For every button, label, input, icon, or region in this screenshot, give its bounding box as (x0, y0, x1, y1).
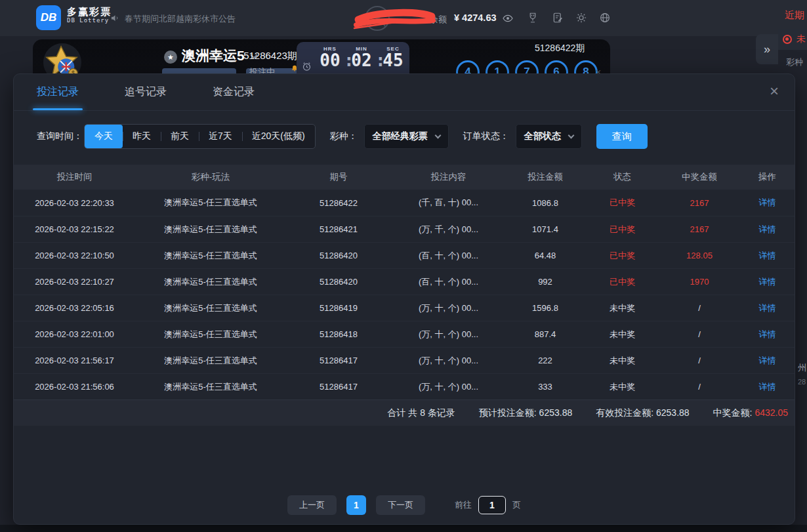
order-status-select[interactable]: 全部状态 (516, 124, 582, 149)
lottery-select[interactable]: 全部经典彩票 (364, 124, 449, 149)
clipped-background-text: 28 (798, 378, 806, 386)
summary-expected-amount: 预计投注金额: 6253.88 (479, 407, 572, 419)
table-cell: 未中奖 (585, 302, 660, 314)
star-badge-icon: ★ (164, 51, 177, 64)
time-filter-label: 查询时间： (37, 131, 83, 142)
time-filter-group: 今天昨天前天近7天近20天(低频) (84, 124, 316, 149)
eye-icon[interactable] (503, 13, 513, 26)
time-filter-option-1[interactable]: 今天 (85, 125, 123, 148)
detail-link[interactable]: 详情 (739, 381, 796, 393)
settings-icon[interactable] (575, 12, 587, 26)
table-cell: 64.48 (506, 251, 585, 260)
table-cell: 51286419 (286, 303, 391, 313)
table-cell: (万, 十, 个) 00... (391, 302, 506, 314)
table-cell: 1086.8 (506, 198, 585, 208)
language-icon[interactable] (599, 12, 611, 26)
side-drawer: 未 彩种 (778, 26, 807, 73)
summary-row: 合计 共 8 条记录 预计投注金额: 6253.88 有效投注金额: 6253.… (14, 399, 795, 426)
table-cell: 222 (506, 356, 585, 365)
table-cell: 澳洲幸运5-任三直选单式 (135, 224, 286, 235)
table-cell: 澳洲幸运5-任三直选单式 (135, 355, 286, 367)
time-filter-option-4[interactable]: 近7天 (199, 125, 242, 148)
current-page-button[interactable]: 1 (346, 495, 366, 515)
table-cell: 未中奖 (585, 329, 660, 340)
drawer-tab-lottery[interactable]: 彩种 (786, 56, 803, 68)
table-cell: 992 (506, 277, 585, 287)
table-cell: 2026-02-03 22:05:16 (14, 303, 135, 313)
table-cell: 未中奖 (585, 381, 660, 393)
game-name: 澳洲幸运5 (182, 48, 245, 63)
last-draw-issue: 51286422期 (535, 43, 585, 54)
table-cell: 澳洲幸运5-任三直选单式 (135, 197, 286, 209)
table-cell: 2026-02-03 21:56:06 (14, 382, 135, 392)
column-header: 操作 (739, 171, 796, 183)
table-body: 2026-02-03 22:20:33澳洲幸运5-任三直选单式51286422(… (14, 190, 795, 399)
goto-label: 前往 (455, 499, 472, 511)
table-cell: 128.05 (660, 251, 739, 260)
drawer-collapse-button[interactable]: » (756, 34, 778, 64)
current-issue: 51286423期 (238, 50, 303, 62)
brand-logo[interactable]: DB (36, 5, 61, 30)
table-cell: 2026-02-03 22:20:33 (14, 198, 135, 208)
time-filter-option-3[interactable]: 前天 (161, 125, 199, 148)
column-header: 投注时间 (14, 171, 135, 183)
tab-chase-records[interactable]: 追号记录 (125, 85, 167, 99)
table-cell: / (660, 382, 739, 392)
award-icon[interactable] (527, 12, 539, 26)
table-cell: 51286422 (286, 198, 391, 208)
table-cell: 51286420 (286, 251, 391, 260)
close-icon[interactable]: × (770, 82, 779, 100)
order-status-label: 订单状态： (463, 131, 509, 142)
detail-link[interactable]: 详情 (739, 302, 796, 314)
table-cell: / (660, 303, 739, 313)
table-cell: 2167 (660, 224, 739, 234)
search-button[interactable]: 查询 (596, 124, 648, 149)
detail-link[interactable]: 详情 (739, 224, 796, 235)
detail-link[interactable]: 详情 (739, 197, 796, 209)
summary-total: 合计 共 8 条记录 (387, 407, 455, 419)
double-chevron-icon: » (764, 43, 770, 56)
announcement-text: 春节期间北部越南彩休市公告 (125, 13, 236, 25)
table-cell: 51286417 (286, 356, 391, 365)
table-cell: 澳洲幸运5-任三直选单式 (135, 250, 286, 262)
time-filter-option-5[interactable]: 近20天(低频) (242, 125, 315, 148)
goto-page-input[interactable] (478, 496, 506, 514)
table-row: 2026-02-03 22:15:22澳洲幸运5-任三直选单式51286421(… (14, 216, 795, 242)
filter-bar: 查询时间： 今天昨天前天近7天近20天(低频) 彩种： 全部经典彩票 订单状态：… (14, 123, 795, 150)
countdown-digits: 00: 02: 45 (316, 52, 411, 70)
table-cell: (万, 十, 个) 00... (391, 381, 506, 393)
table-cell: 2026-02-03 22:10:50 (14, 251, 135, 260)
summary-win-amount: 中奖金额: 6432.05 (713, 407, 788, 419)
brand-text: 多赢彩票 DB Lottery (67, 7, 112, 24)
summary-win-value: 6432.05 (755, 407, 788, 418)
table-cell: 51286417 (286, 382, 391, 392)
detail-link[interactable]: 详情 (739, 276, 796, 288)
table-cell: 887.4 (506, 329, 585, 339)
topbar: DB 多赢彩票 DB Lottery 春节期间北部越南彩休市公告 余额 ¥ 42… (0, 0, 807, 36)
bet-records-modal: 投注记录 追号记录 资金记录 × 查询时间： 今天昨天前天近7天近20天(低频)… (13, 73, 795, 525)
lottery-select-value: 全部经典彩票 (373, 131, 428, 142)
column-header: 投注内容 (391, 171, 506, 183)
drawer-tab-live[interactable]: 未 (778, 29, 807, 50)
table-cell: 333 (506, 382, 585, 392)
detail-link[interactable]: 详情 (739, 250, 796, 262)
column-header: 状态 (585, 171, 660, 183)
redaction-scribble (353, 7, 437, 31)
detail-link[interactable]: 详情 (739, 329, 796, 340)
table-cell: (百, 十, 个) 00... (391, 250, 506, 262)
tab-fund-records[interactable]: 资金记录 (213, 85, 255, 99)
goto-page-group: 前往 页 (455, 496, 521, 514)
next-page-button[interactable]: 下一页 (376, 495, 425, 515)
detail-link[interactable]: 详情 (739, 355, 796, 367)
report-icon[interactable] (552, 12, 564, 26)
drawer-tab-live-label: 未 (797, 33, 806, 45)
time-filter-option-2[interactable]: 昨天 (123, 125, 161, 148)
table-cell: 2026-02-03 21:56:17 (14, 356, 135, 365)
table-row: 2026-02-03 21:56:06澳洲幸运5-任三直选单式51286417(… (14, 373, 795, 399)
page-unit-label: 页 (512, 499, 521, 511)
record-dot-icon (783, 35, 792, 44)
table-cell: 澳洲幸运5-任三直选单式 (135, 302, 286, 314)
prev-page-button[interactable]: 上一页 (287, 495, 337, 515)
table-row: 2026-02-03 21:56:17澳洲幸运5-任三直选单式51286417(… (14, 347, 795, 373)
tab-bet-records[interactable]: 投注记录 (37, 85, 79, 99)
